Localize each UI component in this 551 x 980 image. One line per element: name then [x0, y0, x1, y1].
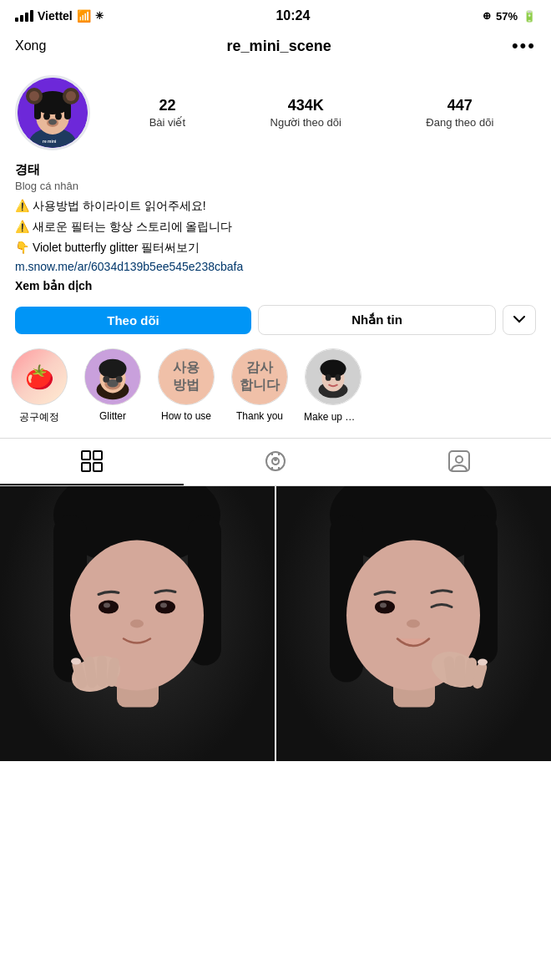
posts-label: Bài viết — [149, 116, 185, 129]
svg-point-40 — [274, 458, 277, 461]
back-button[interactable]: Xong — [15, 38, 46, 53]
clock: 10:24 — [276, 8, 310, 23]
translate-button[interactable]: Xem bản dịch — [15, 279, 92, 292]
following-label: Đang theo dõi — [426, 116, 493, 129]
svg-point-70 — [407, 620, 420, 628]
grid-icon — [81, 450, 103, 472]
photo-grid — [0, 486, 551, 761]
svg-rect-58 — [97, 656, 107, 688]
svg-point-11 — [43, 113, 50, 120]
svg-point-29 — [335, 374, 341, 381]
highlight-makeup[interactable]: Make up 필터 — [304, 348, 362, 424]
highlight-gonggu[interactable]: 🍅 공구예정 — [10, 348, 68, 424]
bio-line-3: 👇 Violet butterfly glitter 필터써보기 — [15, 239, 536, 256]
reels-icon — [265, 450, 286, 472]
highlight-howtouse-circle: 사용 방법 — [158, 348, 215, 405]
svg-point-69 — [380, 603, 387, 608]
bio-line-1: ⚠️ 사용방법 하이라이트 읽어주세요! — [15, 197, 536, 215]
svg-rect-73 — [455, 656, 465, 688]
svg-point-10 — [66, 91, 76, 101]
highlight-howtouse-label: How to use — [161, 410, 211, 422]
carrier-label: Viettel — [38, 9, 73, 23]
highlight-thankyou-circle: 감사 합니다 — [231, 348, 288, 405]
wifi-icon: 📶 — [77, 9, 91, 23]
tab-grid[interactable] — [0, 439, 184, 485]
highlight-glitter-label: Glitter — [99, 410, 126, 422]
location-icon: ⊕ — [483, 10, 491, 22]
battery-icon: 🔋 — [523, 10, 536, 23]
svg-rect-5 — [34, 103, 41, 119]
highlight-glitter[interactable]: Glitter — [83, 348, 142, 424]
svg-point-76 — [478, 659, 488, 666]
posts-count: 22 — [159, 97, 175, 114]
more-options-button[interactable]: ••• — [512, 35, 536, 57]
profile-section: re mini 22 Bài viết 434K Người theo dõi … — [0, 65, 551, 162]
svg-point-22 — [103, 376, 109, 383]
highlight-gonggu-circle: 🍅 — [11, 348, 68, 405]
message-button[interactable]: Nhắn tin — [258, 305, 496, 335]
tab-reels[interactable] — [184, 439, 367, 485]
chevron-down-icon — [513, 316, 525, 324]
top-nav: Xong re_mini_scene ••• — [0, 28, 551, 65]
svg-point-9 — [29, 91, 39, 101]
bio-link[interactable]: m.snow.me/ar/6034d139b5ee545e238cbafa — [15, 260, 536, 273]
svg-rect-32 — [82, 463, 90, 471]
svg-rect-31 — [94, 451, 102, 460]
svg-point-54 — [130, 620, 144, 628]
display-name: 경태 — [15, 162, 536, 178]
highlight-glitter-circle — [84, 348, 141, 405]
tab-tagged[interactable] — [367, 439, 551, 485]
svg-point-23 — [116, 376, 123, 383]
grid-item-2[interactable] — [276, 486, 551, 761]
svg-point-60 — [71, 658, 81, 665]
stat-followers[interactable]: 434K Người theo dõi — [270, 97, 341, 129]
grid-item-1[interactable] — [0, 486, 275, 761]
svg-point-27 — [320, 360, 346, 378]
stats-container: 22 Bài viết 434K Người theo dõi 447 Đang… — [107, 97, 536, 129]
sync-icon: ✳ — [95, 10, 104, 22]
signal-icon — [15, 10, 33, 22]
avatar[interactable]: re mini — [15, 75, 90, 150]
svg-rect-30 — [82, 451, 90, 460]
bio-section: 경태 Blog cá nhân ⚠️ 사용방법 하이라이트 읽어주세요! ⚠️ … — [0, 162, 551, 305]
svg-point-28 — [326, 374, 331, 381]
battery-percent: 57% — [496, 10, 518, 23]
svg-rect-33 — [94, 463, 102, 471]
highlights-section: 🍅 공구예정 Glitter — [0, 348, 551, 438]
svg-point-19 — [99, 359, 127, 378]
highlight-thankyou-label: Thank you — [236, 410, 283, 422]
highlight-gonggu-label: 공구예정 — [19, 410, 59, 424]
status-left: Viettel 📶 ✳ — [15, 9, 104, 23]
tab-bar — [0, 438, 551, 486]
stat-following[interactable]: 447 Đang theo dõi — [426, 97, 493, 129]
following-count: 447 — [447, 97, 473, 114]
svg-point-12 — [55, 113, 62, 120]
svg-point-51 — [104, 603, 110, 608]
svg-point-42 — [456, 456, 463, 463]
followers-count: 434K — [288, 97, 324, 114]
svg-text:re mini: re mini — [43, 139, 57, 144]
tagged-icon — [448, 450, 470, 472]
svg-rect-6 — [64, 103, 71, 119]
highlight-makeup-circle — [305, 348, 361, 405]
bio-category: Blog cá nhân — [15, 180, 536, 192]
bio-line-2: ⚠️ 새로운 필터는 항상 스토리에 올립니다 — [15, 218, 536, 236]
svg-point-14 — [48, 119, 57, 125]
stat-posts[interactable]: 22 Bài viết — [149, 97, 185, 129]
followers-label: Người theo dõi — [270, 116, 341, 129]
svg-point-53 — [160, 603, 167, 608]
follow-button[interactable]: Theo dõi — [15, 307, 251, 334]
dropdown-button[interactable] — [503, 305, 536, 335]
profile-username: re_mini_scene — [227, 38, 331, 55]
status-right: ⊕ 57% 🔋 — [483, 10, 536, 23]
status-bar: Viettel 📶 ✳ 10:24 ⊕ 57% 🔋 — [0, 0, 551, 28]
highlight-thankyou[interactable]: 감사 합니다 Thank you — [230, 348, 289, 424]
highlight-makeup-label: Make up 필터 — [304, 410, 362, 424]
action-buttons: Theo dõi Nhắn tin — [0, 305, 551, 348]
highlight-howtouse[interactable]: 사용 방법 How to use — [157, 348, 215, 424]
